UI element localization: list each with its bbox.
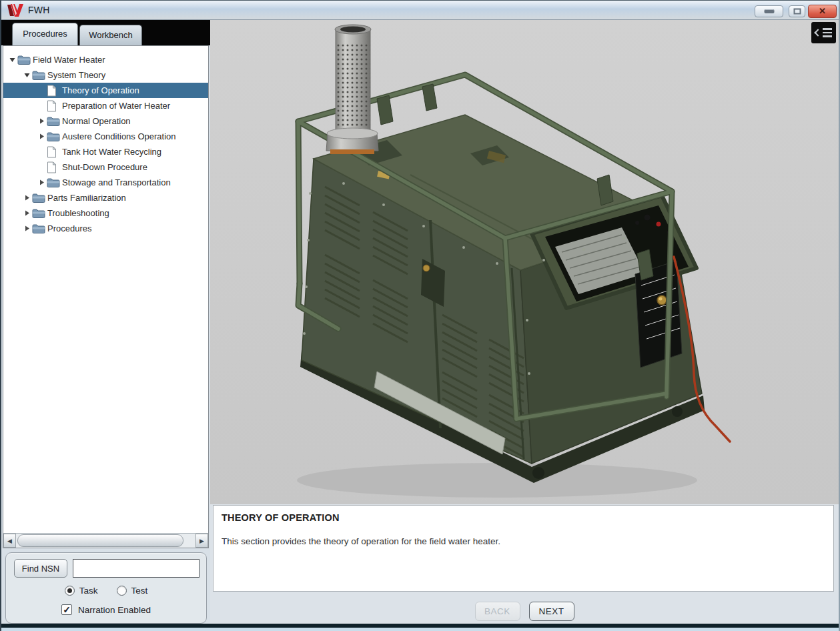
narration-checkbox-label: Narration Enabled <box>78 605 151 615</box>
scroll-left-button[interactable]: ◀ <box>3 534 16 548</box>
procedure-tree: Field Water HeaterSystem TheoryTheory of… <box>3 46 208 532</box>
tree-item-austere-conditions-operation[interactable]: Austere Conditions Operation <box>3 129 208 144</box>
tree-toggle-arrow[interactable] <box>22 71 32 79</box>
back-button[interactable]: BACK <box>475 602 520 621</box>
radio-test[interactable]: Test <box>117 586 148 596</box>
folder-icon-wrap <box>17 55 31 65</box>
radio-task-label: Task <box>79 586 98 596</box>
panel-lines-icon <box>823 28 832 37</box>
tab-procedures-label: Procedures <box>23 29 67 39</box>
tree-item-preparation-of-water-heater[interactable]: Preparation of Water Heater <box>3 98 208 113</box>
find-nsn-panel: Find NSN Task Test ✓ Narration Enabled <box>5 552 207 624</box>
folder-icon-wrap <box>32 70 46 81</box>
folder-icon-wrap <box>32 208 46 219</box>
nsn-search-input[interactable] <box>73 559 199 578</box>
tree-item-theory-of-operation[interactable]: Theory of Operation <box>3 83 208 98</box>
close-button[interactable]: ✕ <box>808 5 837 18</box>
collapsed-arrow-icon <box>38 133 45 140</box>
title-bar: FWH ✕ <box>1 1 839 20</box>
tree-item-procedures[interactable]: Procedures <box>3 221 208 236</box>
folder-icon <box>47 177 60 188</box>
maximize-button[interactable] <box>789 5 805 17</box>
tree-item-label: Field Water Heater <box>31 55 105 65</box>
window-bottom-highlight <box>1 628 839 631</box>
app-window: FWH ✕ Procedures Workbench Field Water H… <box>0 0 840 631</box>
tree-toggle-arrow[interactable] <box>22 209 32 217</box>
tab-procedures[interactable]: Procedures <box>12 23 78 45</box>
tree-item-shut-down-procedure[interactable]: Shut-Down Procedure <box>3 159 208 175</box>
tab-workbench-label: Workbench <box>89 30 133 40</box>
minimize-button[interactable] <box>755 5 783 17</box>
collapse-panel-button[interactable] <box>811 22 836 43</box>
folder-icon-wrap <box>32 223 46 234</box>
next-button[interactable]: NEXT <box>529 602 574 621</box>
folder-icon <box>32 193 45 203</box>
radio-task-circle <box>65 586 75 596</box>
tab-workbench[interactable]: Workbench <box>79 25 142 45</box>
folder-icon-wrap <box>47 177 61 188</box>
procedure-tree-panel: Field Water HeaterSystem TheoryTheory of… <box>3 45 209 548</box>
tree-item-parts-familiarization[interactable]: Parts Familiarization <box>3 190 208 205</box>
narration-checkbox[interactable]: ✓ <box>61 604 72 615</box>
file-icon-wrap <box>47 100 61 112</box>
folder-icon-wrap <box>32 193 46 203</box>
collapsed-arrow-icon <box>23 225 31 232</box>
collapsed-arrow-icon <box>38 117 45 125</box>
narration-checkbox-row[interactable]: ✓ Narration Enabled <box>6 603 206 616</box>
tree-horizontal-scrollbar[interactable]: ◀ ▶ <box>3 533 208 548</box>
tree-item-label: Austere Conditions Operation <box>61 131 176 141</box>
file-icon-wrap <box>47 161 61 173</box>
scrollbar-track[interactable] <box>16 534 195 548</box>
tree-item-label: Parts Familiarization <box>46 193 126 203</box>
tab-strip: Procedures Workbench <box>1 20 210 45</box>
tree-item-system-theory[interactable]: System Theory <box>3 67 208 83</box>
tree-item-label: Troubleshooting <box>46 208 109 218</box>
maximize-icon <box>793 9 801 15</box>
collapsed-arrow-icon <box>38 179 45 186</box>
radio-test-label: Test <box>131 586 148 596</box>
tree-item-label: Tank Hot Water Recycling <box>61 147 161 157</box>
file-icon-wrap <box>47 85 61 97</box>
tree-toggle-arrow[interactable] <box>22 194 32 201</box>
scroll-right-icon: ▶ <box>199 538 204 544</box>
main-area: THEORY OF OPERATION This section provide… <box>210 20 839 631</box>
tree-item-label: Procedures <box>46 223 91 233</box>
tree-item-label: Theory of Operation <box>61 85 139 95</box>
scrollbar-thumb[interactable] <box>17 534 183 547</box>
tree-item-tank-hot-water-recycling[interactable]: Tank Hot Water Recycling <box>3 144 208 159</box>
scroll-right-button[interactable]: ▶ <box>195 534 208 548</box>
folder-icon <box>47 131 60 142</box>
folder-icon <box>32 223 45 234</box>
folder-icon-wrap <box>47 131 61 142</box>
model-viewport[interactable] <box>210 20 840 504</box>
tree-toggle-arrow[interactable] <box>37 117 47 125</box>
tree-toggle-arrow[interactable] <box>22 225 32 232</box>
folder-icon-wrap <box>47 116 61 127</box>
find-nsn-button[interactable]: Find NSN <box>14 559 67 578</box>
scroll-left-icon: ◀ <box>7 538 12 544</box>
file-icon-wrap <box>47 146 61 158</box>
collapsed-arrow-icon <box>23 209 31 217</box>
tree-toggle-arrow[interactable] <box>37 133 47 140</box>
radio-task[interactable]: Task <box>65 586 98 596</box>
tree-item-stowage-and-transportation[interactable]: Stowage and Transportation <box>3 175 208 190</box>
close-icon: ✕ <box>819 6 826 16</box>
tree-item-troubleshooting[interactable]: Troubleshooting <box>3 205 208 221</box>
radio-test-circle <box>117 586 127 596</box>
file-icon <box>47 100 57 112</box>
tree-toggle-arrow[interactable] <box>37 179 47 186</box>
navigation-row: BACK NEXT <box>210 602 839 622</box>
narration-panel: THEORY OF OPERATION This section provide… <box>213 505 834 592</box>
chevron-left-icon <box>814 29 821 36</box>
file-icon <box>47 85 57 97</box>
tree-item-normal-operation[interactable]: Normal Operation <box>3 113 208 129</box>
section-heading: THEORY OF OPERATION <box>222 512 825 523</box>
tree-item-field-water-heater[interactable]: Field Water Heater <box>3 52 208 67</box>
tree-item-label: Preparation of Water Heater <box>61 101 170 111</box>
folder-icon <box>32 70 45 81</box>
tree-item-label: Normal Operation <box>61 116 131 126</box>
file-icon <box>47 161 57 173</box>
folder-icon <box>32 208 45 219</box>
tree-toggle-arrow[interactable] <box>7 56 17 63</box>
tree-item-label: Shut-Down Procedure <box>61 162 147 172</box>
